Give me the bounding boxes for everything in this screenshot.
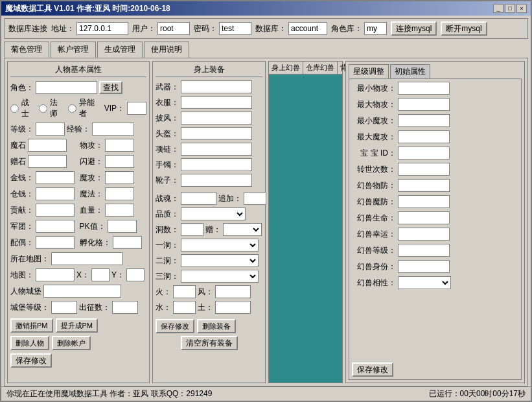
pet-hp-input[interactable]	[398, 211, 450, 224]
cape-input[interactable]	[181, 112, 252, 124]
min-phys-atk-input[interactable]	[398, 82, 450, 95]
match-input[interactable]	[36, 236, 75, 249]
main-window: 魔域数据工具 V1.01 作者:亚风 时间:2010-06-18 _ □ × 数…	[0, 0, 532, 402]
current-map-row: 所在地图：	[10, 252, 146, 265]
gift-select[interactable]	[223, 223, 262, 236]
phys-atk-input[interactable]	[105, 139, 134, 152]
password-input[interactable]	[219, 22, 251, 35]
max-magic-atk-input[interactable]	[398, 130, 450, 143]
connect-button[interactable]: 连接mysql	[391, 21, 437, 36]
equip-delete-button[interactable]: 删除装备	[197, 319, 236, 333]
maximize-button[interactable]: □	[505, 4, 515, 13]
current-map-input[interactable]	[51, 252, 122, 265]
equip-save-button[interactable]: 保存修改	[156, 319, 194, 333]
pet-id-input[interactable]	[398, 147, 450, 160]
weapon-input[interactable]	[181, 80, 252, 93]
address-input[interactable]	[76, 22, 128, 35]
quality-select[interactable]	[181, 207, 246, 220]
map-input[interactable]	[36, 268, 75, 281]
hatch-input[interactable]	[113, 236, 142, 249]
flash-input[interactable]	[105, 155, 134, 168]
min-magic-atk-label: 最小魔攻：	[352, 115, 396, 126]
delete-char-button[interactable]: 删除人物	[10, 336, 49, 350]
tab-3[interactable]: 使用说明	[144, 41, 189, 58]
gem-row: 赠石 闪避：	[10, 155, 146, 169]
pet-tab-0[interactable]: 身上幻兽	[269, 62, 303, 74]
bracelet-input[interactable]	[181, 158, 252, 171]
pet-hp-label: 幻兽生命：	[352, 213, 396, 224]
delete-account-button[interactable]: 删除帐户	[52, 336, 91, 350]
gem-input[interactable]	[28, 155, 67, 168]
clear-all-button[interactable]: 清空所有装备	[181, 336, 238, 350]
gold-input[interactable]	[36, 171, 75, 184]
contribution-input[interactable]	[36, 204, 75, 217]
search-button[interactable]: 查找	[99, 81, 122, 94]
pk-input[interactable]	[108, 220, 137, 233]
radio-psychic[interactable]	[68, 104, 76, 113]
hole2-select[interactable]	[181, 254, 259, 267]
warehouse-input[interactable]	[36, 187, 75, 200]
x-input[interactable]	[91, 268, 110, 281]
tab-1[interactable]: 帐户管理	[51, 41, 96, 58]
magic-def-input[interactable]	[105, 187, 134, 200]
hp-input[interactable]	[105, 204, 134, 217]
user-input[interactable]	[157, 22, 190, 35]
exp-input[interactable]	[92, 123, 134, 136]
left-save-button[interactable]: 保存修改	[10, 353, 52, 368]
helmet-input[interactable]	[181, 127, 252, 140]
pet-tab-1[interactable]: 仓库幻兽	[303, 62, 338, 74]
magic-stone-input[interactable]	[28, 139, 67, 152]
castle-level-input[interactable]	[51, 301, 77, 314]
pet-magic-def-input[interactable]	[398, 195, 450, 208]
wind-input[interactable]	[215, 285, 251, 298]
right-tab-0[interactable]: 星级调整	[349, 64, 389, 78]
max-phys-atk-input[interactable]	[398, 98, 450, 111]
vip-input[interactable]	[127, 102, 146, 115]
equip-btn-row: 保存修改 删除装备	[156, 319, 262, 333]
minimize-button[interactable]: _	[493, 4, 503, 13]
radio-warrior[interactable]	[10, 104, 19, 113]
water-input[interactable]	[173, 301, 196, 314]
holes-input[interactable]	[181, 223, 203, 236]
pet-affinity-select[interactable]	[398, 276, 451, 289]
boots-input[interactable]	[181, 174, 252, 187]
tab-0[interactable]: 菊色管理	[4, 41, 49, 58]
pet-identity-input[interactable]	[398, 260, 450, 273]
necklace-input[interactable]	[181, 143, 252, 156]
pet-phys-def-input[interactable]	[398, 179, 450, 192]
hole3-select[interactable]	[181, 270, 259, 283]
battle-soul-input[interactable]	[181, 192, 216, 205]
right-tab-1[interactable]: 初始属性	[390, 64, 430, 78]
role-input[interactable]	[36, 81, 97, 94]
upgrade-pm-button[interactable]: 提升成PM	[56, 318, 98, 333]
database-input[interactable]	[288, 22, 327, 35]
add-input[interactable]	[244, 192, 266, 205]
hole1-select[interactable]	[181, 239, 259, 252]
status-left: 你现在正在使用魔域数据工具 作者：亚风 联系QQ：291249	[6, 388, 212, 399]
clothes-input[interactable]	[181, 96, 252, 109]
radio-mage[interactable]	[39, 104, 47, 113]
role-db-input[interactable]	[364, 22, 387, 35]
cancel-pm-button[interactable]: 撤销捐PM	[10, 318, 53, 333]
army-input[interactable]	[36, 220, 75, 233]
disconnect-button[interactable]: 断开mysql	[441, 21, 487, 36]
pet-level-input[interactable]	[398, 244, 450, 257]
min-magic-atk-input[interactable]	[398, 114, 450, 127]
max-magic-atk-row: 最大魔攻：	[352, 130, 518, 143]
gold-label: 金钱：	[10, 172, 34, 183]
reincarnation-input[interactable]	[398, 163, 450, 176]
tab-2[interactable]: 生成管理	[97, 41, 143, 58]
expedition-input[interactable]	[112, 301, 138, 314]
level-input[interactable]	[36, 123, 65, 136]
earth-input[interactable]	[215, 301, 251, 314]
wind-label: 风：	[198, 287, 213, 298]
castle-input[interactable]	[43, 285, 121, 298]
title-bar: 魔域数据工具 V1.01 作者:亚风 时间:2010-06-18 _ □ ×	[1, 1, 531, 16]
y-input[interactable]	[126, 268, 145, 281]
pet-affinity-row: 幻兽相性：	[352, 276, 518, 289]
fire-input[interactable]	[173, 285, 196, 298]
close-button[interactable]: ×	[516, 4, 527, 13]
magic-atk-input[interactable]	[105, 171, 134, 184]
right-save-button[interactable]: 保存修改	[352, 362, 393, 377]
pet-luck-input[interactable]	[398, 228, 450, 241]
